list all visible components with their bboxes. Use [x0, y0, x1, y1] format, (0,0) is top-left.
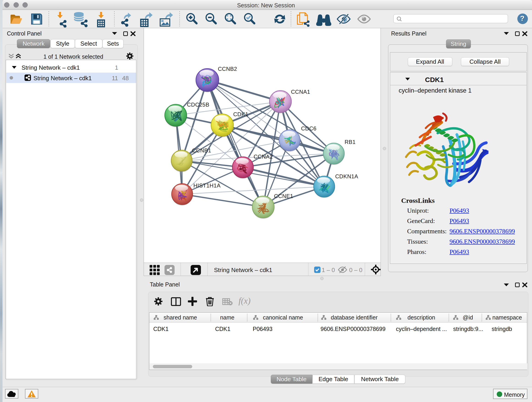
svg-text:CDC25B: CDC25B: [187, 102, 209, 108]
svg-text:CDK1: CDK1: [233, 111, 248, 117]
svg-text:canonical name: canonical name: [263, 314, 303, 321]
svg-text:name: name: [220, 314, 234, 321]
svg-text:CCNB1: CCNB1: [192, 147, 211, 153]
svg-text:CDKN1A: CDKN1A: [335, 173, 358, 179]
svg-text:database identifier: database identifier: [331, 314, 378, 321]
svg-text:namespace: namespace: [492, 314, 522, 321]
svg-text:CCNA1: CCNA1: [291, 89, 310, 95]
svg-text:CCNB2: CCNB2: [218, 66, 237, 72]
svg-text:CCNA2: CCNA2: [254, 153, 273, 160]
svg-text:CCNE1: CCNE1: [274, 193, 293, 199]
svg-text:?: ?: [520, 14, 525, 22]
svg-text:HIST1H1A: HIST1H1A: [193, 182, 221, 189]
svg-text:@id: @id: [463, 314, 473, 321]
svg-text:description: description: [408, 314, 435, 321]
svg-text:CDC6: CDC6: [301, 125, 317, 132]
svg-text:RB1: RB1: [345, 139, 355, 145]
svg-text:shared name: shared name: [164, 314, 197, 321]
